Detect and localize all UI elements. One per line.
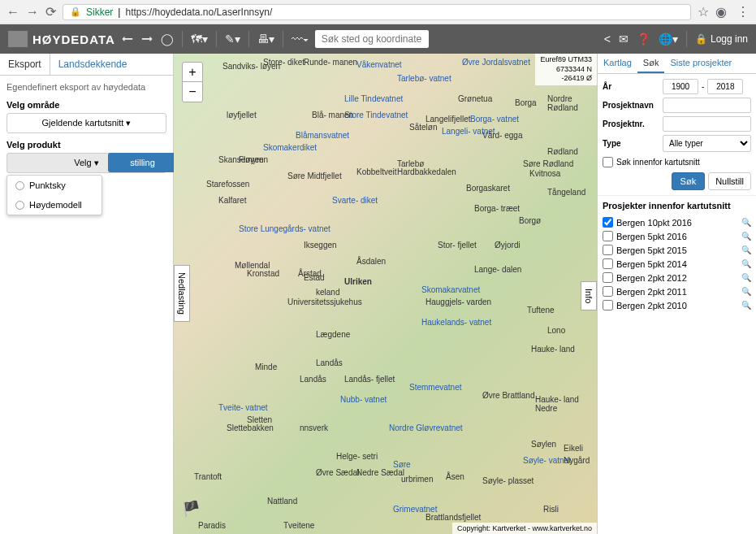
project-checkbox[interactable] bbox=[603, 286, 613, 297]
map-label: Stor- fjellet bbox=[438, 241, 477, 250]
zoom-to-icon[interactable]: 🔍 bbox=[741, 273, 751, 282]
separator bbox=[248, 31, 249, 47]
option-hoydemodell[interactable]: Høydemodell bbox=[7, 195, 102, 215]
draw-icon[interactable]: ✎▾ bbox=[225, 33, 240, 46]
globe-icon[interactable]: 🌐▾ bbox=[659, 33, 678, 46]
map-label: Store Lungegårds- vatnet bbox=[239, 224, 330, 233]
zoom-to-icon[interactable]: 🔍 bbox=[741, 232, 751, 241]
project-list: Bergen 10pkt 2016🔍Bergen 5pkt 2016🔍Berge… bbox=[598, 215, 756, 312]
nullstill-button[interactable]: Nullstill bbox=[708, 172, 751, 190]
map-label: Søylen bbox=[531, 440, 556, 449]
map-label: Starefossen bbox=[206, 180, 249, 189]
project-item[interactable]: Bergen 2pkt 2010🔍 bbox=[603, 298, 751, 312]
project-checkbox[interactable] bbox=[603, 245, 613, 255]
tab-siste[interactable]: Siste prosjekter bbox=[664, 54, 737, 73]
sok-innenfor-checkbox[interactable] bbox=[603, 157, 613, 167]
zoom-to-icon[interactable]: 🔍 bbox=[741, 287, 751, 296]
map-label: Kalfaret bbox=[218, 196, 246, 205]
arrow-left-icon[interactable]: 🠔 bbox=[122, 33, 133, 46]
map-label: Årstad bbox=[298, 269, 322, 278]
zoom-in-button[interactable]: + bbox=[183, 63, 202, 82]
map-label: Nedre Sædal bbox=[356, 468, 404, 477]
help-icon[interactable]: ❓ bbox=[637, 33, 650, 46]
zoom-to-icon[interactable]: 🔍 bbox=[741, 259, 751, 268]
year-from-input[interactable] bbox=[663, 79, 698, 94]
print-icon[interactable]: 🖶▾ bbox=[257, 33, 274, 46]
map-label: Paradis bbox=[198, 521, 226, 530]
tab-landsdekkende[interactable]: Landsdekkende bbox=[50, 54, 136, 75]
map-label: Store Tindevatnet bbox=[344, 111, 408, 119]
reload-icon[interactable]: ⟳ bbox=[45, 4, 56, 20]
project-item[interactable]: Bergen 5pkt 2016🔍 bbox=[603, 229, 751, 243]
project-checkbox[interactable] bbox=[603, 272, 613, 283]
mail-icon[interactable]: ✉ bbox=[619, 33, 629, 46]
prosjektnr-input[interactable] bbox=[663, 116, 751, 132]
map-label: Ikseggen bbox=[304, 241, 337, 250]
login-button[interactable]: 🔒 Logg inn bbox=[695, 33, 748, 45]
tab-kartlag[interactable]: Kartlag bbox=[598, 54, 637, 73]
bestilling-button[interactable]: stilling bbox=[108, 153, 177, 172]
info-tab[interactable]: Info bbox=[581, 281, 597, 310]
browser-toolbar: ← → ⟳ 🔒 Sikker | https://hoydedata.no/La… bbox=[0, 0, 756, 24]
area-select[interactable]: Gjeldende kartutsnitt ▾ bbox=[6, 113, 166, 133]
type-select[interactable]: Alle typer bbox=[663, 135, 751, 152]
sok-button[interactable]: Søk bbox=[672, 172, 706, 190]
menu-icon[interactable]: ⋮ bbox=[737, 4, 750, 20]
map-label: Minde bbox=[255, 363, 277, 371]
search-input[interactable] bbox=[315, 30, 429, 48]
project-name: Bergen 2pkt 2010 bbox=[616, 301, 687, 310]
project-item[interactable]: Bergen 2pkt 2011🔍 bbox=[603, 284, 751, 298]
right-tabs: Kartlag Søk Siste prosjekter bbox=[598, 54, 756, 74]
project-checkbox[interactable] bbox=[603, 300, 613, 310]
map-label: Store- diket bbox=[263, 58, 305, 67]
map-label: Slettebakken bbox=[227, 423, 274, 432]
label-prosjektnavn: Prosjektnavn bbox=[603, 101, 659, 110]
map-label: urbrimen bbox=[401, 475, 433, 484]
star-icon[interactable]: ☆ bbox=[698, 4, 709, 20]
zoom-to-icon[interactable]: 🔍 bbox=[741, 301, 751, 310]
map-label: Borgø bbox=[519, 216, 541, 225]
map-label: Universitetssjukehus bbox=[287, 297, 362, 306]
profile-icon[interactable]: 〰▾ bbox=[292, 33, 309, 46]
year-to-input[interactable] bbox=[707, 79, 743, 94]
project-item[interactable]: Bergen 2pkt 2012🔍 bbox=[603, 271, 751, 284]
option-punktsky[interactable]: Punktsky bbox=[7, 176, 102, 195]
map-label: Grimevatnet bbox=[393, 505, 437, 514]
extension-icon[interactable]: ◉ bbox=[715, 4, 727, 20]
zoom-out-button[interactable]: − bbox=[183, 82, 202, 102]
zoom-to-icon[interactable]: 🔍 bbox=[741, 218, 751, 227]
target-icon[interactable]: ◯ bbox=[161, 33, 174, 46]
brand-logo[interactable]: HØYDEDATA bbox=[8, 31, 115, 47]
map-label: Lægdene bbox=[316, 330, 350, 339]
tab-eksport[interactable]: Eksport bbox=[0, 54, 50, 75]
map-label: Nordre Rødland bbox=[547, 94, 597, 112]
chevron-down-icon: ▾ bbox=[126, 118, 131, 128]
nedlasting-tab[interactable]: Nedlasting bbox=[174, 265, 190, 322]
url-bar[interactable]: 🔒 Sikker | https://hoydedata.no/LaserInn… bbox=[63, 4, 691, 20]
project-item[interactable]: Bergen 10pkt 2016🔍 bbox=[603, 215, 751, 229]
share-icon[interactable]: < bbox=[604, 33, 611, 46]
project-checkbox[interactable] bbox=[603, 258, 613, 269]
project-item[interactable]: Bergen 5pkt 2015🔍 bbox=[603, 243, 751, 257]
map-label: Brattlandsfjellet bbox=[426, 513, 481, 522]
flag-icon: 🏴 bbox=[182, 501, 200, 517]
zoom-to-icon[interactable]: 🔍 bbox=[741, 245, 751, 254]
prosjektnavn-input[interactable] bbox=[663, 98, 751, 113]
layers-icon[interactable]: 🗺▾ bbox=[191, 33, 208, 46]
forward-icon[interactable]: → bbox=[26, 5, 39, 20]
map-label: Fløyen bbox=[239, 155, 264, 164]
back-icon[interactable]: ← bbox=[6, 5, 19, 20]
map-label: Kronstad bbox=[247, 269, 279, 278]
map-canvas[interactable]: + − Nedlasting Info Euref89 UTM33 673334… bbox=[174, 54, 597, 534]
project-checkbox[interactable] bbox=[603, 217, 613, 228]
tab-sok[interactable]: Søk bbox=[637, 54, 665, 73]
coord-system: Euref89 UTM33 bbox=[540, 55, 592, 65]
project-name: Bergen 5pkt 2016 bbox=[616, 232, 687, 241]
map-label: Borga- vatnet bbox=[470, 115, 519, 124]
arrow-right-icon[interactable]: 🠖 bbox=[141, 33, 153, 46]
radio-icon bbox=[15, 201, 24, 210]
project-item[interactable]: Bergen 5pkt 2014🔍 bbox=[603, 257, 751, 271]
map-label: Øvre Sædal bbox=[316, 468, 359, 477]
map-label: Estad bbox=[304, 273, 325, 282]
project-checkbox[interactable] bbox=[603, 231, 613, 241]
